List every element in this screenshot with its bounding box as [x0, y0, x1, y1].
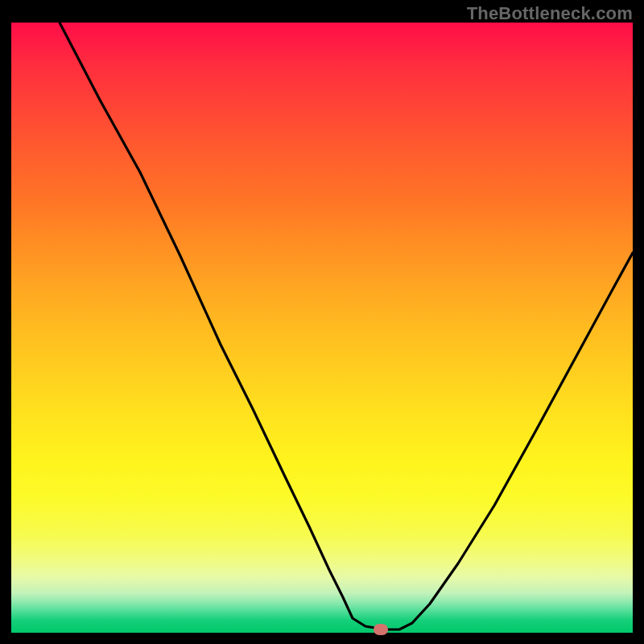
bottleneck-curve [11, 23, 633, 633]
optimal-point-marker [374, 624, 388, 635]
watermark-text: TheBottleneck.com [467, 3, 633, 24]
plot-area [11, 23, 633, 633]
chart-frame: TheBottleneck.com [0, 0, 644, 644]
